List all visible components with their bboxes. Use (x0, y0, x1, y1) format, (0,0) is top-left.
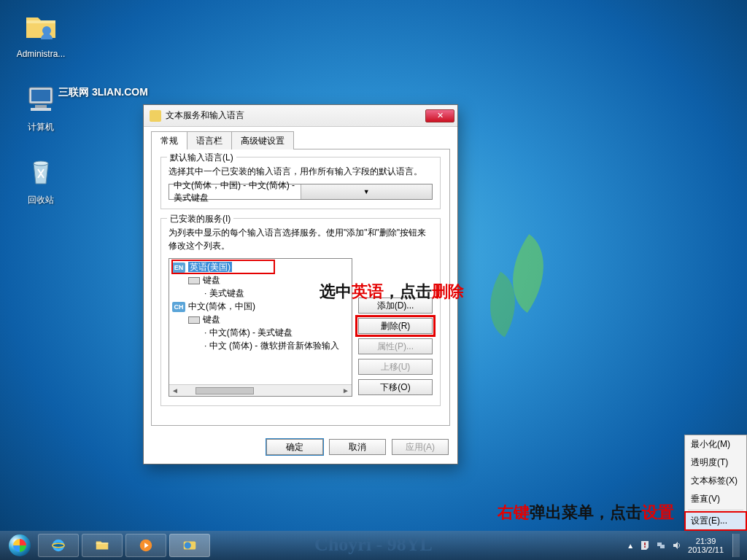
keyboard-icon (188, 277, 200, 284)
taskbar-ie[interactable] (38, 534, 79, 557)
svg-rect-13 (644, 546, 646, 548)
tray-clock[interactable]: 21:39 2013/2/11 (688, 537, 724, 554)
network-icon[interactable] (656, 540, 666, 551)
volume-icon[interactable] (672, 540, 682, 551)
svg-rect-2 (31, 90, 50, 101)
scroll-right-icon[interactable]: ► (340, 386, 352, 394)
group-desc: 选择其中一个已安装的输入语言，用作所有输入字段的默认语言。 (169, 165, 433, 178)
menu-item-minimize[interactable]: 最小化(M) (685, 435, 746, 454)
svg-rect-3 (35, 105, 47, 108)
tab-general[interactable]: 常规 (151, 131, 187, 149)
windows-orb-icon (9, 534, 31, 556)
wallpaper-leaf-decoration (455, 226, 557, 350)
scroll-thumb[interactable] (196, 387, 254, 394)
keyboard-icon (188, 316, 200, 324)
watermark-top: 三联网 3LIAN.COM (58, 86, 148, 99)
tray-date: 2013/2/11 (688, 545, 724, 554)
dialog-footer: 确定 取消 应用(A) (144, 433, 457, 464)
close-icon: ✕ (437, 111, 444, 120)
desktop-icon-label: 计算机 (28, 122, 54, 132)
desktop-icon-label: Administra... (17, 49, 66, 59)
action-center-icon[interactable] (640, 540, 650, 551)
properties-button: 属性(P)... (358, 338, 433, 354)
desktop-icon-recycle-bin[interactable]: 回收站 (12, 155, 70, 206)
annotation-right-click-settings: 右键弹出菜单，点击设置 (498, 502, 674, 524)
group-legend: 默认输入语言(L) (167, 152, 236, 164)
lang-badge-en: EN (172, 262, 185, 273)
svg-rect-15 (660, 545, 665, 548)
menu-item-text-labels[interactable]: 文本标签(X) (685, 472, 746, 490)
ok-button[interactable]: 确定 (266, 439, 323, 455)
tree-node-english[interactable]: EN英语(美国) (172, 260, 274, 273)
group-installed-services: 已安装的服务(I) 为列表中显示的每个输入语言选择服务。使用"添加"和"删除"按… (160, 218, 441, 406)
move-up-button: 上移(U) (358, 359, 433, 375)
taskbar-explorer[interactable] (82, 534, 123, 557)
desktop-icon-admin-folder[interactable]: Administra... (12, 9, 70, 60)
dialog-tabstrip: 常规 语言栏 高级键设置 (144, 127, 457, 149)
remove-button[interactable]: 删除(R) (358, 318, 433, 334)
default-language-combo[interactable]: 中文(简体，中国) - 中文(简体) - 美式键盘 ▼ (169, 184, 433, 200)
recycle-bin-icon (23, 155, 58, 190)
dialog-title-icon (150, 110, 161, 122)
language-bar-context-menu: 最小化(M) 透明度(T) 文本标签(X) 垂直(V) 设置(E)... (684, 435, 747, 531)
move-down-button[interactable]: 下移(O) (358, 379, 433, 395)
tray-time: 21:39 (688, 537, 724, 545)
group-desc: 为列表中显示的每个输入语言选择服务。使用"添加"和"删除"按钮来修改这个列表。 (169, 226, 433, 252)
desktop-icon-label: 回收站 (28, 195, 54, 205)
tree-label: 英语(美国) (188, 262, 232, 272)
svg-rect-12 (644, 542, 646, 545)
group-default-language: 默认输入语言(L) 选择其中一个已安装的输入语言，用作所有输入字段的默认语言。 … (160, 157, 441, 209)
apply-button: 应用(A) (392, 439, 449, 455)
taskbar-media-player[interactable] (125, 534, 166, 557)
installed-services-tree[interactable]: EN英语(美国) 键盘 · 美式键盘 CH中文(简体，中国) 键盘 · 中文(简… (169, 258, 352, 397)
svg-rect-4 (31, 108, 51, 111)
computer-icon (23, 82, 58, 117)
scroll-left-icon[interactable]: ◄ (169, 386, 181, 394)
menu-item-settings[interactable]: 设置(E)... (685, 512, 746, 530)
chevron-down-icon: ▼ (301, 184, 433, 199)
service-buttons: 添加(D)... 删除(R) 属性(P)... 上移(U) 下移(O) (358, 258, 433, 397)
annotation-select-english: 选中英语，点击删除 (320, 281, 464, 303)
start-button[interactable] (4, 534, 35, 557)
menu-item-transparency[interactable]: 透明度(T) (685, 454, 746, 472)
watermark-center: Choyri - 98YL (314, 534, 433, 556)
tree-node-ch-keyboard[interactable]: 键盘 (172, 313, 349, 326)
tree-horizontal-scrollbar[interactable]: ◄ ► (169, 384, 352, 396)
tray-up-icon[interactable]: ▲ (627, 542, 634, 550)
tab-language-bar[interactable]: 语言栏 (187, 131, 232, 149)
svg-point-11 (185, 542, 191, 548)
folder-user-icon (23, 9, 58, 44)
taskbar-text-services[interactable] (169, 534, 210, 557)
svg-point-5 (34, 161, 48, 166)
tab-advanced-key[interactable]: 高级键设置 (231, 131, 294, 149)
menu-separator (688, 510, 743, 510)
close-button[interactable]: ✕ (425, 109, 454, 122)
menu-item-vertical[interactable]: 垂直(V) (685, 490, 746, 508)
group-legend: 已安装的服务(I) (167, 213, 233, 225)
svg-rect-8 (96, 542, 109, 544)
combo-value: 中文(简体，中国) - 中文(简体) - 美式键盘 (169, 179, 301, 204)
system-tray: ▲ 21:39 2013/2/11 (627, 534, 743, 557)
dialog-title: 文本服务和输入语言 (166, 109, 425, 122)
cancel-button[interactable]: 取消 (329, 439, 386, 455)
lang-badge-ch: CH (172, 302, 185, 312)
dialog-titlebar[interactable]: 文本服务和输入语言 ✕ (144, 105, 457, 127)
show-desktop-button[interactable] (732, 534, 740, 557)
tree-node-ch-us-keyboard[interactable]: · 中文(简体) - 美式键盘 (172, 326, 349, 339)
tree-node-ch-pinyin[interactable]: · 中文 (简体) - 微软拼音新体验输入 (172, 339, 349, 352)
